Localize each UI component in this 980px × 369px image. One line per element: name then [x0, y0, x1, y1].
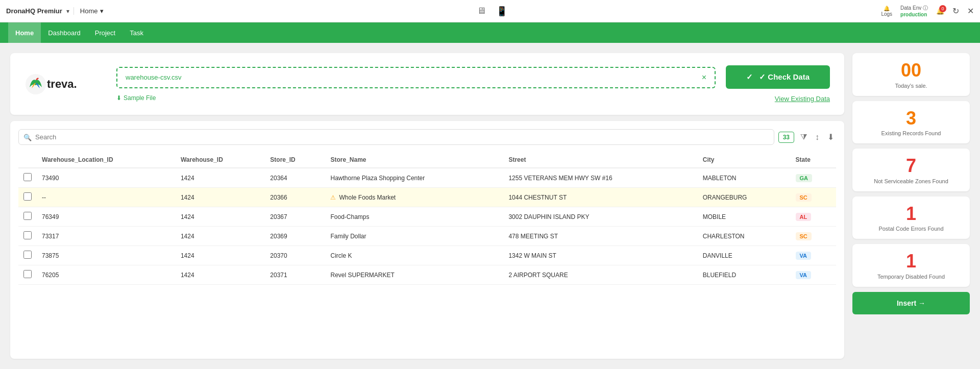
warehouse-location-id-cell: 73490 [37, 168, 176, 188]
warehouse-id-cell: 1424 [176, 168, 265, 188]
download-button[interactable]: ⬇ [825, 130, 836, 144]
table-row: 73317 1424 20369 Family Dollar 478 MEETI… [18, 227, 836, 246]
col-store-name: Store_Name [325, 152, 503, 168]
insert-button[interactable]: Insert → [852, 292, 970, 314]
temp-disabled-label: Temporary Disabled Found [861, 274, 962, 280]
col-warehouse-location-id: Warehouse_Location_ID [37, 152, 176, 168]
state-cell: SC [791, 227, 837, 246]
row-checkbox[interactable] [23, 270, 32, 278]
warehouse-location-id-cell: 76349 [37, 207, 176, 227]
store-name-cell: Circle K [325, 246, 503, 265]
download-icon: ⬇ [827, 133, 834, 141]
row-checkbox[interactable] [23, 231, 32, 239]
main-content: treva. warehouse-csv.csv × ⬇ Sample File… [0, 43, 980, 369]
row-checkbox-cell [18, 265, 37, 285]
desktop-icon[interactable]: 🖥 [477, 6, 486, 16]
check-data-area: ✓ ✓ Check Data View Existing Data [726, 65, 830, 103]
logs-button[interactable]: 🔔 Logs [881, 6, 892, 17]
row-checkbox[interactable] [23, 251, 32, 259]
street-cell: 3002 DAUPHIN ISLAND PKY [503, 207, 697, 227]
table-card: 🔍 33 ⧩ ↕ ⬇ [10, 121, 844, 359]
today-sale-value: 00 [861, 60, 962, 81]
row-count-badge: 33 [778, 132, 794, 143]
state-badge: AL [796, 213, 812, 221]
filter-button[interactable]: ⧩ [798, 131, 809, 144]
row-checkbox-cell [18, 227, 37, 246]
col-warehouse-id: Warehouse_ID [176, 152, 265, 168]
store-name-cell: Food-Champs [325, 207, 503, 227]
home-nav-item[interactable]: Home ▾ [74, 7, 104, 15]
col-city: City [698, 152, 791, 168]
nav-dashboard[interactable]: Dashboard [41, 22, 88, 43]
sample-file-link[interactable]: ⬇ Sample File [116, 94, 716, 102]
stat-temp-disabled: 1 Temporary Disabled Found [852, 244, 970, 287]
state-badge: SC [796, 232, 812, 240]
city-cell: DANVILLE [698, 246, 791, 265]
view-existing-link[interactable]: View Existing Data [775, 95, 830, 103]
col-street: Street [503, 152, 697, 168]
notifications-button[interactable]: 🔔 0 [936, 7, 944, 15]
street-cell: 1044 CHESTNUT ST [503, 188, 697, 207]
close-button[interactable]: ✕ [967, 6, 974, 16]
filter-icon: ⧩ [800, 133, 807, 141]
app-dropdown[interactable]: ▾ [66, 8, 69, 15]
store-name-cell: ⚠Whole Foods Market [325, 188, 503, 207]
right-panel: 00 Today's sale. 3 Existing Records Foun… [852, 53, 970, 359]
top-bar-left: DronaHQ Premiur ▾ Home ▾ [6, 7, 104, 15]
state-badge: VA [796, 252, 811, 260]
existing-records-value: 3 [861, 108, 962, 129]
table-row: 76205 1424 20371 Revel SUPERMARKET 2 AIR… [18, 265, 836, 285]
left-panel: treva. warehouse-csv.csv × ⬇ Sample File… [10, 53, 844, 359]
warehouse-location-id-cell: -- [37, 188, 176, 207]
search-icon: 🔍 [23, 133, 32, 141]
street-cell: 2 AIRPORT SQUARE [503, 265, 697, 285]
stat-not-serviceable: 7 Not Serviceable Zones Found [852, 149, 970, 191]
stat-postal-errors: 1 Postal Code Errors Found [852, 196, 970, 239]
file-remove-icon[interactable]: × [702, 73, 706, 82]
stat-today-sale: 00 Today's sale. [852, 53, 970, 96]
data-env-label: Data Env ⓘ [900, 5, 928, 12]
not-serviceable-value: 7 [861, 156, 962, 176]
store-id-cell: 20364 [265, 168, 325, 188]
row-checkbox[interactable] [23, 212, 32, 220]
nav-task[interactable]: Task [122, 22, 151, 43]
warehouse-location-id-cell: 76205 [37, 265, 176, 285]
table-body: 73490 1424 20364 Hawthorne Plaza Shoppin… [18, 168, 836, 285]
upload-card: treva. warehouse-csv.csv × ⬇ Sample File… [10, 53, 844, 115]
logo-text: treva. [47, 78, 77, 91]
state-cell: VA [791, 265, 837, 285]
state-badge: SC [796, 193, 812, 202]
row-checkbox[interactable] [23, 192, 32, 201]
file-upload-box[interactable]: warehouse-csv.csv × [116, 67, 716, 88]
store-id-cell: 20369 [265, 227, 325, 246]
city-cell: ORANGEBURG [698, 188, 791, 207]
table-row: 73490 1424 20364 Hawthorne Plaza Shoppin… [18, 168, 836, 188]
check-data-button[interactable]: ✓ ✓ Check Data [726, 65, 830, 89]
row-checkbox[interactable] [23, 173, 32, 181]
row-checkbox-cell [18, 168, 37, 188]
table-row: -- 1424 20366 ⚠Whole Foods Market 1044 C… [18, 188, 836, 207]
street-cell: 1342 W MAIN ST [503, 246, 697, 265]
nav-home[interactable]: Home [8, 22, 41, 43]
refresh-button[interactable]: ↻ [952, 6, 959, 16]
warehouse-location-id-cell: 73875 [37, 246, 176, 265]
sort-button[interactable]: ↕ [813, 131, 821, 144]
search-wrap: 🔍 [18, 129, 774, 145]
city-cell: MOBILE [698, 207, 791, 227]
temp-disabled-value: 1 [861, 251, 962, 272]
table-container: Warehouse_Location_ID Warehouse_ID Store… [18, 152, 836, 285]
not-serviceable-label: Not Serviceable Zones Found [861, 178, 962, 184]
warehouse-id-cell: 1424 [176, 265, 265, 285]
city-cell: CHARLESTON [698, 227, 791, 246]
row-checkbox-cell [18, 188, 37, 207]
app-name: DronaHQ Premiur [6, 7, 62, 15]
data-env: Data Env ⓘ production [900, 5, 928, 17]
top-bar: DronaHQ Premiur ▾ Home ▾ 🖥 📱 🔔 Logs Data… [0, 0, 980, 22]
search-input[interactable] [18, 129, 774, 145]
tablet-icon[interactable]: 📱 [496, 6, 507, 17]
sort-icon: ↕ [815, 133, 819, 141]
row-checkbox-cell [18, 246, 37, 265]
nav-project[interactable]: Project [88, 22, 122, 43]
warehouse-id-cell: 1424 [176, 246, 265, 265]
table-row: 76349 1424 20367 Food-Champs 3002 DAUPHI… [18, 207, 836, 227]
